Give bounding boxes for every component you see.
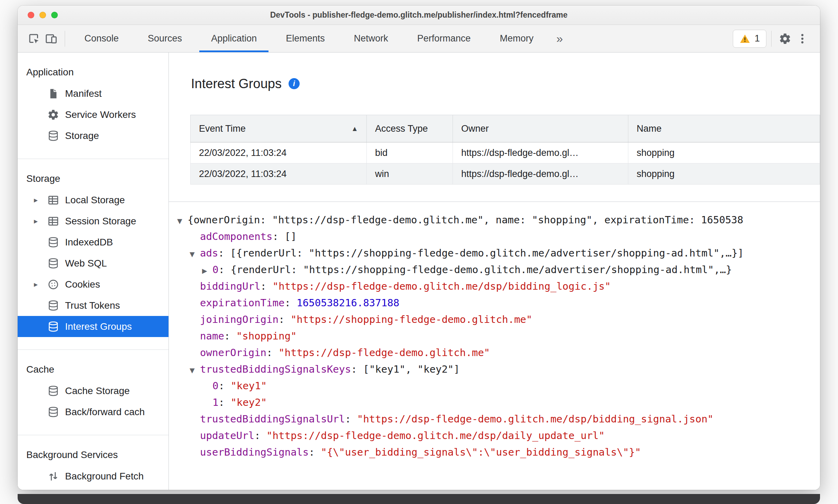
- tab-elements[interactable]: Elements: [271, 25, 339, 52]
- database-icon: [47, 300, 59, 311]
- table-row[interactable]: 22/03/2022, 11:03:24bidhttps://dsp-fledg…: [191, 142, 820, 164]
- more-tabs-button[interactable]: »: [548, 25, 571, 52]
- close-button[interactable]: [28, 12, 34, 18]
- sidebar-item-session-storage[interactable]: ▸Session Storage: [18, 211, 168, 232]
- sidebar-item-cache-storage[interactable]: Cache Storage: [18, 380, 168, 401]
- tree-text: :: [273, 231, 285, 242]
- sidebar-item-indexeddb[interactable]: IndexedDB: [18, 232, 168, 253]
- column-header-content: Owner: [461, 123, 620, 134]
- sidebar-item-label: Cache Storage: [65, 385, 130, 396]
- minimize-button[interactable]: [39, 12, 46, 18]
- collapse-arrow-icon[interactable]: ▼: [177, 213, 188, 229]
- sidebar-item-service-workers[interactable]: Service Workers: [18, 104, 168, 125]
- grid-icon: [47, 194, 59, 206]
- tab-console[interactable]: Console: [70, 25, 133, 52]
- zoom-button[interactable]: [51, 12, 58, 18]
- tree-line[interactable]: adComponents: []: [169, 228, 820, 245]
- tree-line[interactable]: name: "shopping": [169, 328, 820, 344]
- column-header-event-time[interactable]: Event Time▲: [191, 115, 367, 142]
- column-header-access-type[interactable]: Access Type: [367, 115, 453, 142]
- tree-line[interactable]: ▶0: {renderUrl: "https://shopping-fledge…: [169, 261, 820, 278]
- sidebar-item-web-sql[interactable]: Web SQL: [18, 253, 168, 274]
- sidebar-item-interest-groups[interactable]: Interest Groups: [18, 316, 168, 337]
- tree-line[interactable]: biddingUrl: "https://dsp-fledge-demo.gli…: [169, 278, 820, 295]
- tab-network[interactable]: Network: [339, 25, 403, 52]
- info-icon[interactable]: i: [289, 78, 300, 89]
- sidebar-item-trust-tokens[interactable]: Trust Tokens: [18, 295, 168, 316]
- issues-warning-badge[interactable]: 1: [733, 30, 766, 48]
- tab-performance[interactable]: Performance: [403, 25, 485, 52]
- sidebar-item-label: Storage: [65, 130, 99, 141]
- tree-line[interactable]: userBiddingSignals: "{\"user_bidding_sig…: [169, 444, 820, 460]
- tree-text: userBiddingSignals: [200, 446, 309, 458]
- sidebar-item-label: Service Workers: [65, 109, 136, 120]
- tree-line[interactable]: joiningOrigin: "https://shopping-fledge-…: [169, 311, 820, 328]
- expand-chevron-icon[interactable]: ▸: [34, 196, 47, 205]
- tree-line[interactable]: 0: "key1": [169, 377, 820, 394]
- tree-text: "https://dsp-fledge-demo.glitch.me/dsp/b…: [273, 280, 611, 292]
- inspect-element-button[interactable]: [25, 29, 43, 48]
- tree-line[interactable]: ownerOrigin: "https://dsp-fledge-demo.gl…: [169, 344, 820, 361]
- section-header-cache: Cache: [18, 359, 168, 380]
- table-cell: 22/03/2022, 11:03:24: [191, 142, 367, 164]
- tree-text: :: [279, 314, 291, 325]
- settings-button[interactable]: [776, 29, 794, 48]
- updown-icon: [47, 470, 59, 482]
- tree-line[interactable]: trustedBiddingSignalsUrl: "https://dsp-f…: [169, 411, 820, 427]
- table-cell: win: [367, 164, 453, 185]
- tree-text: [{renderUrl: "https://shopping-fledge-de…: [230, 247, 744, 259]
- tree-line[interactable]: ▼trustedBiddingSignalsKeys: ["key1", "ke…: [169, 361, 820, 377]
- expand-arrow-icon[interactable]: ▶: [202, 262, 212, 279]
- expand-chevron-icon[interactable]: ▸: [34, 280, 47, 289]
- sidebar-section-background-services: Background ServicesBackground Fetch: [18, 435, 168, 487]
- tree-line[interactable]: 1: "key2": [169, 394, 820, 411]
- sidebar-item-storage[interactable]: Storage: [18, 125, 168, 146]
- titlebar: DevTools - publisher-fledge-demo.glitch.…: [18, 6, 820, 25]
- kebab-menu-button[interactable]: [794, 29, 811, 48]
- tree-line[interactable]: expirationTime: 1650538216.837188: [169, 295, 820, 311]
- tab-sources[interactable]: Sources: [133, 25, 197, 52]
- table-cell: bid: [367, 142, 453, 164]
- panel-title-row: Interest Groups i: [191, 75, 820, 92]
- column-header-owner[interactable]: Owner: [453, 115, 628, 142]
- tree-text: "https://dsp-fledge-demo.glitch.me/dsp/d…: [266, 430, 605, 441]
- sidebar-item-label: Manifest: [65, 88, 102, 99]
- device-toolbar-icon: [45, 32, 57, 45]
- tree-text: 1: [212, 396, 218, 408]
- expand-chevron-icon[interactable]: ▸: [34, 217, 47, 226]
- tree-text: joiningOrigin: [200, 314, 279, 325]
- tree-line[interactable]: updateUrl: "https://dsp-fledge-demo.glit…: [169, 427, 820, 444]
- tree-text: ads: [200, 247, 218, 259]
- tree-line[interactable]: ▼{ownerOrigin: "https://dsp-fledge-demo.…: [169, 212, 820, 228]
- device-toolbar-button[interactable]: [43, 29, 60, 48]
- tree-text: :: [345, 413, 357, 425]
- tree-text: "https://dsp-fledge-demo.glitch.me/dsp/b…: [357, 413, 713, 425]
- table-header-row: Event Time▲Access TypeOwnerName: [191, 115, 820, 142]
- json-tree: ▼{ownerOrigin: "https://dsp-fledge-demo.…: [169, 202, 820, 460]
- sidebar-item-local-storage[interactable]: ▸Local Storage: [18, 189, 168, 211]
- sidebar-item-label: Background Fetch: [65, 471, 144, 482]
- table-body: 22/03/2022, 11:03:24bidhttps://dsp-fledg…: [191, 142, 820, 185]
- column-header-name[interactable]: Name: [628, 115, 820, 142]
- toolbar-separator: [771, 31, 772, 47]
- tree-text: :: [266, 347, 279, 358]
- column-header-content: Event Time▲: [199, 123, 358, 134]
- sidebar-item-manifest[interactable]: Manifest: [18, 83, 168, 104]
- sidebar-item-background-fetch[interactable]: Background Fetch: [18, 466, 168, 487]
- tree-text: :: [224, 330, 236, 342]
- tree-text: "https://dsp-fledge-demo.glitch.me": [279, 347, 490, 358]
- collapse-arrow-icon[interactable]: ▼: [190, 362, 200, 379]
- table-row[interactable]: 22/03/2022, 11:03:24winhttps://dsp-fledg…: [191, 164, 820, 185]
- sidebar-item-cookies[interactable]: ▸Cookies: [18, 274, 168, 295]
- collapse-arrow-icon[interactable]: ▼: [190, 246, 200, 262]
- tree-line[interactable]: ▼ads: [{renderUrl: "https://shopping-fle…: [169, 245, 820, 261]
- kebab-menu-icon: [796, 32, 809, 45]
- tree-text: updateUrl: [200, 430, 254, 441]
- tree-text: name: [200, 330, 224, 342]
- tab-application[interactable]: Application: [197, 25, 271, 52]
- sidebar-item-back-forward-cach[interactable]: Back/forward cach: [18, 401, 168, 422]
- tree-text: biddingUrl: [200, 280, 261, 292]
- tab-memory[interactable]: Memory: [485, 25, 548, 52]
- tree-text: "{\"user_bidding_signals\":\"user_biddin…: [321, 446, 641, 458]
- sidebar-item-label: Local Storage: [65, 195, 125, 206]
